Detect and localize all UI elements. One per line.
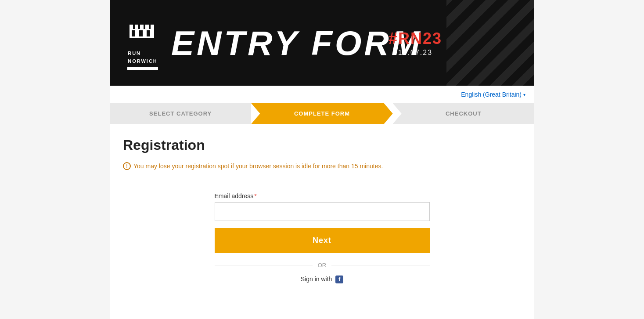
event-date: 16.07.23 [389, 49, 442, 57]
email-label: Email address* [215, 192, 430, 199]
page-container: RUN NORWICH ENTRY FORM #RN23 16.07.23 En… [0, 0, 644, 319]
hashtag-area: #RN23 16.07.23 [389, 29, 442, 57]
step-complete-form-label: COMPLETE FORM [294, 110, 350, 117]
entry-form-title: ENTRY FORM [171, 26, 423, 60]
language-bar: English (Great Britain) ▾ [110, 86, 534, 103]
step-complete-form[interactable]: COMPLETE FORM [251, 103, 392, 124]
hashtag-text: #RN23 [389, 29, 442, 48]
logo-area: RUN NORWICH [127, 16, 158, 70]
svg-rect-6 [132, 30, 135, 36]
svg-rect-3 [145, 25, 149, 29]
email-input[interactable] [215, 202, 430, 221]
required-star: * [254, 192, 256, 199]
step-select-category[interactable]: SELECT CATEGORY [110, 103, 251, 124]
page-title: Registration [123, 137, 521, 153]
facebook-icon: f [335, 276, 343, 283]
language-selector[interactable]: English (Great Britain) ▾ [461, 91, 525, 98]
social-signin-text: Sign in with [301, 276, 332, 283]
logo-bar [127, 67, 158, 70]
svg-rect-0 [130, 25, 133, 29]
chevron-down-icon: ▾ [523, 92, 525, 97]
form-section: Email address* Next OR Sign in with f [206, 192, 439, 283]
step-checkout-label: CHECKOUT [446, 110, 482, 117]
run-norwich-logo-icon [127, 16, 158, 47]
language-label: English (Great Britain) [461, 91, 522, 98]
svg-rect-7 [139, 30, 143, 36]
header-banner: RUN NORWICH ENTRY FORM #RN23 16.07.23 [110, 0, 534, 86]
divider [123, 179, 521, 179]
page-wrapper: English (Great Britain) ▾ SELECT CATEGOR… [110, 86, 534, 319]
svg-rect-8 [147, 30, 150, 36]
warning-icon: ! [123, 162, 131, 170]
svg-rect-4 [151, 25, 154, 29]
svg-rect-1 [135, 25, 138, 29]
next-button[interactable]: Next [215, 228, 430, 253]
step-select-category-label: SELECT CATEGORY [149, 110, 212, 117]
or-divider: OR [215, 262, 430, 268]
social-signin[interactable]: Sign in with f [215, 276, 430, 283]
step-checkout[interactable]: CHECKOUT [393, 103, 534, 124]
svg-rect-2 [140, 25, 144, 29]
steps-nav: SELECT CATEGORY COMPLETE FORM CHECKOUT [110, 103, 534, 124]
logo-text: RUN NORWICH [128, 49, 158, 65]
warning-text: You may lose your registration spot if y… [133, 163, 383, 170]
or-label: OR [318, 262, 327, 268]
header-title-area: ENTRY FORM [171, 26, 517, 60]
warning-message: ! You may lose your registration spot if… [123, 162, 521, 170]
content-area: Registration ! You may lose your registr… [110, 124, 534, 292]
